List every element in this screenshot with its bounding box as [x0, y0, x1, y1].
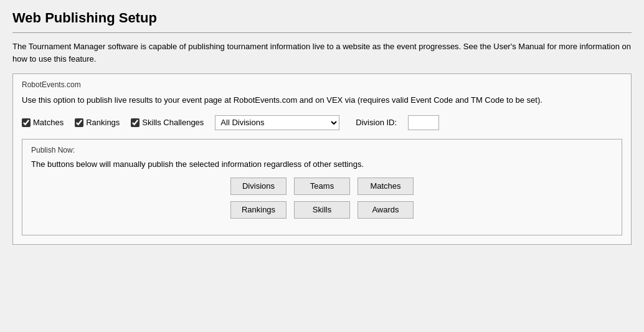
checkboxes-row: Matches Rankings Skills Challenges All D…	[22, 115, 622, 130]
intro-text: The Tournament Manager software is capab…	[12, 40, 632, 65]
robotevents-label: RobotEvents.com	[22, 80, 622, 89]
skills-checkbox-label[interactable]: Skills Challenges	[131, 118, 204, 127]
publish-buttons-row2: Rankings Skills Awards	[31, 201, 613, 219]
teams-button[interactable]: Teams	[294, 178, 350, 195]
division-id-input[interactable]	[408, 115, 439, 130]
publish-now-section: Publish Now: The buttons below will manu…	[22, 139, 622, 235]
rankings-checkbox-text: Rankings	[86, 118, 120, 127]
rankings-checkbox[interactable]	[75, 118, 83, 127]
page-title: Web Publishing Setup	[12, 10, 632, 26]
skills-checkbox[interactable]	[131, 118, 140, 127]
awards-button[interactable]: Awards	[358, 201, 414, 219]
division-id-label: Division ID:	[356, 118, 397, 127]
robotevents-section: RobotEvents.com Use this option to publi…	[12, 74, 632, 245]
matches-checkbox[interactable]	[22, 118, 31, 127]
rankings-button[interactable]: Rankings	[230, 201, 286, 219]
matches-checkbox-text: Matches	[33, 118, 64, 127]
divisions-button[interactable]: Divisions	[230, 178, 286, 195]
matches-checkbox-label[interactable]: Matches	[22, 118, 64, 127]
division-select[interactable]: All Divisions	[215, 115, 339, 130]
publish-now-desc: The buttons below will manually publish …	[31, 159, 613, 169]
rankings-checkbox-label[interactable]: Rankings	[75, 118, 120, 127]
skills-button[interactable]: Skills	[294, 201, 350, 219]
publish-now-label: Publish Now:	[31, 146, 613, 154]
publish-buttons-row1: Divisions Teams Matches	[31, 178, 613, 195]
divider	[12, 32, 632, 33]
robotevents-desc: Use this option to publish live results …	[22, 94, 622, 107]
skills-checkbox-text: Skills Challenges	[142, 118, 204, 127]
matches-button[interactable]: Matches	[358, 178, 414, 195]
